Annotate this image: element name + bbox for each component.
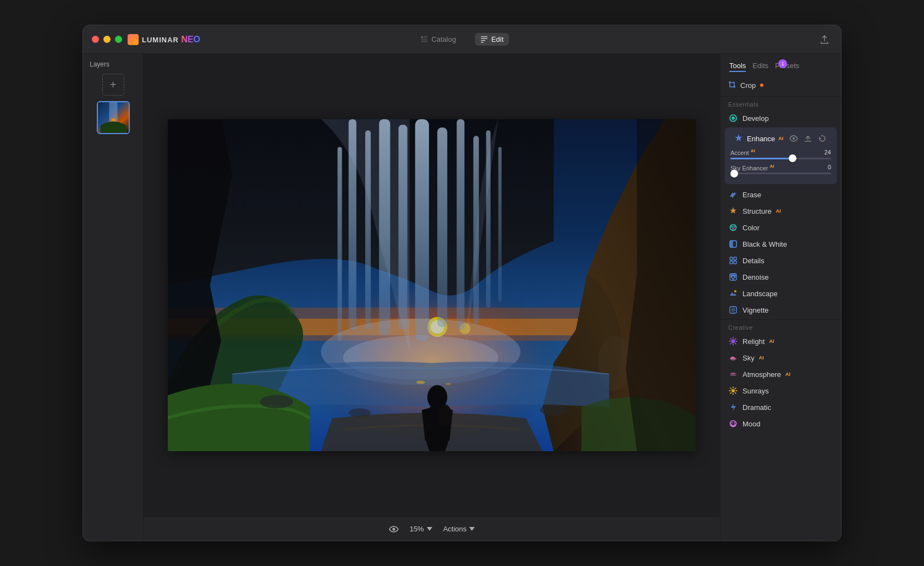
atmosphere-ai-badge: AI: [785, 371, 790, 377]
actions-button[interactable]: Actions: [443, 525, 475, 533]
right-panel: Tools Edits 1 Presets Crop Essentials: [720, 54, 841, 541]
close-button[interactable]: [92, 36, 99, 43]
logo-text: LUMINAR NEO: [142, 35, 200, 45]
enhance-header[interactable]: Enhance AI: [730, 131, 831, 148]
svg-point-61: [731, 276, 732, 278]
dramatic-icon: [728, 402, 738, 412]
sky-enhancer-slider-row: Sky Enhancer AI 0: [730, 164, 831, 175]
view-toggle-button[interactable]: [389, 525, 399, 533]
titlebar-right: [817, 32, 832, 47]
crop-section: Crop: [721, 76, 841, 95]
sky-tool-row[interactable]: Sky AI: [721, 349, 841, 366]
enhance-reset-button[interactable]: [817, 133, 828, 144]
mood-icon: [728, 419, 738, 429]
svg-point-58: [731, 275, 732, 276]
traffic-lights: [92, 36, 122, 43]
sky-enhancer-slider[interactable]: [730, 173, 831, 174]
canvas-inner: [144, 54, 720, 517]
sunrays-icon: [728, 386, 738, 396]
relight-icon: [728, 336, 738, 346]
edit-nav-button[interactable]: Edit: [475, 33, 509, 46]
sunrays-tool-row[interactable]: Sunrays: [721, 382, 841, 399]
reset-icon: [818, 135, 826, 142]
zoom-control[interactable]: 15%: [410, 525, 432, 533]
add-layer-button[interactable]: +: [102, 74, 124, 96]
crop-icon: [728, 81, 737, 90]
accent-slider-row: Accent AI 24: [730, 148, 831, 159]
develop-tool-row[interactable]: Develop: [721, 110, 841, 126]
svg-point-45: [733, 118, 734, 119]
svg-point-66: [732, 308, 735, 312]
crop-row[interactable]: Crop: [728, 81, 833, 90]
svg-rect-3: [421, 40, 427, 40]
share-button[interactable]: [817, 32, 832, 47]
details-tool-row[interactable]: Details: [721, 252, 841, 269]
structure-tool-row[interactable]: Structure AI: [721, 203, 841, 219]
tab-edits[interactable]: Edits: [752, 60, 768, 72]
atmosphere-tool-row[interactable]: Atmosphere AI: [721, 366, 841, 382]
svg-rect-8: [481, 42, 483, 43]
visibility-icon: [789, 135, 798, 142]
svg-rect-4: [421, 41, 427, 42]
develop-icon: [728, 113, 738, 123]
erase-tool-row[interactable]: Erase: [721, 186, 841, 203]
svg-rect-0: [421, 36, 423, 38]
crop-modified-dot: [760, 84, 763, 87]
canvas-toolbar: 15% Actions: [144, 517, 720, 541]
app-window: LUMINAR NEO Catalog: [82, 25, 842, 541]
minimize-button[interactable]: [103, 36, 111, 43]
svg-rect-1: [424, 36, 427, 37]
svg-point-44: [392, 528, 395, 530]
share-icon: [820, 35, 829, 45]
svg-point-43: [446, 382, 451, 385]
maximize-button[interactable]: [115, 36, 122, 43]
essentials-label: Essentials: [721, 98, 841, 110]
enhance-panel: Enhance AI: [725, 127, 837, 184]
photo-image: [168, 119, 696, 452]
sky-icon: [728, 353, 738, 363]
svg-point-46: [793, 137, 795, 140]
erase-icon: [728, 190, 738, 199]
layer-thumbnail[interactable]: [97, 101, 130, 134]
titlebar-nav: Catalog Edit: [415, 33, 509, 46]
svg-rect-41: [168, 119, 696, 452]
dramatic-tool-row[interactable]: Dramatic: [721, 399, 841, 415]
enhance-icon: [734, 134, 744, 143]
color-tool-row[interactable]: Color: [721, 219, 841, 236]
accent-slider-thumb[interactable]: [789, 154, 796, 162]
app-logo: LUMINAR NEO: [128, 34, 200, 45]
mood-tool-row[interactable]: Mood: [721, 415, 841, 432]
svg-point-48: [731, 226, 733, 228]
landscape-tool-row[interactable]: Landscape: [721, 285, 841, 302]
denoise-icon: [728, 272, 738, 282]
structure-ai-badge: AI: [776, 208, 781, 214]
svg-point-50: [732, 227, 734, 230]
denoise-tool-row[interactable]: Denoise: [721, 269, 841, 285]
divider-creative: [721, 319, 841, 320]
catalog-nav-button[interactable]: Catalog: [415, 33, 461, 46]
svg-point-60: [734, 275, 735, 276]
svg-point-64: [734, 290, 736, 292]
layers-header: Layers: [87, 60, 139, 68]
color-icon: [728, 223, 738, 232]
enhance-visibility-button[interactable]: [788, 133, 799, 144]
relight-tool-row[interactable]: Relight AI: [721, 333, 841, 349]
bw-tool-row[interactable]: Black & White: [721, 236, 841, 252]
landscape-icon: [728, 288, 738, 298]
enhance-ai-badge: AI: [778, 136, 783, 141]
sky-enhancer-slider-thumb[interactable]: [730, 170, 738, 177]
sky-ai-badge: AI: [759, 355, 764, 360]
logo-icon: [128, 34, 139, 45]
titlebar: LUMINAR NEO Catalog: [83, 25, 841, 54]
photo-canvas: [168, 119, 696, 452]
svg-rect-53: [730, 257, 733, 260]
atmosphere-icon: [728, 369, 738, 379]
svg-rect-55: [730, 261, 733, 264]
svg-point-63: [733, 278, 734, 279]
enhance-up-button[interactable]: [802, 133, 813, 144]
canvas-area: 15% Actions: [144, 54, 720, 541]
tab-tools[interactable]: Tools: [729, 60, 746, 72]
accent-slider[interactable]: [730, 158, 831, 159]
vignette-tool-row[interactable]: Vignette: [721, 302, 841, 318]
edits-badge: 1: [778, 59, 787, 68]
